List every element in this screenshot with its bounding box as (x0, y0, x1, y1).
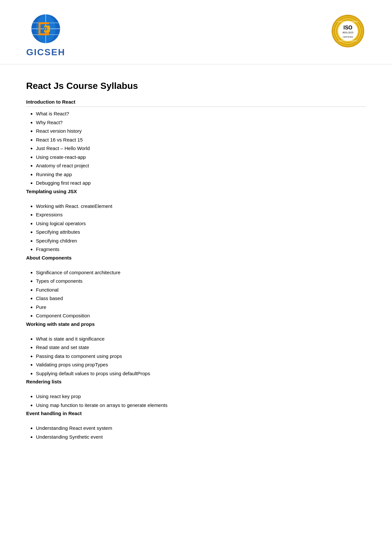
main-content: React Js Course Syllabus Introduction to… (0, 64, 392, 468)
list-item: Significance of component architecture (36, 268, 366, 277)
list-item: Component Composition (36, 311, 366, 320)
list-item: Understanding React event system (36, 424, 366, 432)
section-state: What is state and it significance Read s… (26, 335, 366, 385)
svg-point-19 (338, 21, 358, 41)
list-item: Just React – Hello World (36, 144, 366, 153)
list-item: Anatomy of react project (36, 161, 366, 170)
sub-heading-components: About Components (26, 255, 366, 261)
list-item: Passing data to component using props (36, 352, 366, 361)
list-item: Read state and set state (36, 343, 366, 352)
events-list: Understanding React event system Underst… (36, 424, 366, 441)
list-item: What is React? (36, 109, 366, 118)
gicseh-logo-icon: G (26, 13, 65, 46)
list-item: Functional (36, 286, 366, 294)
list-item: Using create-react-app (36, 153, 366, 161)
svg-text:G: G (44, 26, 48, 31)
list-item: What is state and it significance (36, 335, 366, 343)
list-item: Pure (36, 303, 366, 311)
list-item: Running the app (36, 170, 366, 179)
list-item: Validating props using propTypes (36, 361, 366, 369)
list-item: Expressions (36, 210, 366, 219)
svg-text:CERTIFIED: CERTIFIED (343, 36, 353, 38)
list-item: Using logical operators (36, 219, 366, 228)
list-item: Working with React. createElement (36, 202, 366, 210)
list-item: Fragments (36, 245, 366, 254)
list-item: Specifying attributes (36, 228, 366, 236)
page: G GICSEH ISO 9001:2015 QUALITY MAN (0, 0, 392, 555)
svg-text:QUALITY MANAGEMENT: QUALITY MANAGEMENT (337, 21, 359, 23)
sub-heading-jsx: Templating using JSX (26, 189, 366, 194)
section-events: Understanding React event system Underst… (26, 424, 366, 441)
lists-list: Using react key prop Using map function … (36, 392, 366, 409)
sub-heading-state: Working with state and props (26, 321, 366, 327)
list-item: Debugging first react app (36, 179, 366, 187)
list-item: Understanding Synthetic event (36, 433, 366, 441)
header: G GICSEH ISO 9001:2015 QUALITY MAN (0, 0, 392, 64)
intro-list: What is React? Why React? React version … (36, 109, 366, 187)
list-item: Why React? (36, 118, 366, 127)
section-heading-intro: Introduction to React (26, 99, 366, 107)
list-item: Using react key prop (36, 392, 366, 401)
list-item: React version history (36, 127, 366, 135)
list-item: Specifying children (36, 237, 366, 245)
list-item: Using map function to iterate on arrays … (36, 401, 366, 410)
section-jsx: Working with React. createElement Expres… (26, 202, 366, 261)
logo-area: G GICSEH (26, 13, 65, 58)
components-list: Significance of component architecture T… (36, 268, 366, 320)
section-introduction: Introduction to React What is React? Why… (26, 99, 366, 194)
jsx-list: Working with React. createElement Expres… (36, 202, 366, 254)
svg-text:ISO: ISO (343, 25, 352, 30)
svg-text:9001:2015: 9001:2015 (342, 31, 353, 34)
logo-text: GICSEH (26, 47, 65, 58)
list-item: Types of components (36, 277, 366, 285)
list-item: Class based (36, 294, 366, 303)
list-item: React 16 vs React 15 (36, 136, 366, 144)
iso-badge-icon: ISO 9001:2015 QUALITY MANAGEMENT CERTIFI… (330, 13, 366, 49)
list-item: Supplying default values to props using … (36, 369, 366, 378)
section-components: Significance of component architecture T… (26, 268, 366, 327)
sub-heading-events: Event handling in React (26, 411, 366, 416)
svg-text:CERTIFIED COMPANY: CERTIFIED COMPANY (338, 40, 357, 42)
page-title: React Js Course Syllabus (26, 81, 366, 91)
state-list: What is state and it significance Read s… (36, 335, 366, 378)
section-lists: Using react key prop Using map function … (26, 392, 366, 416)
sub-heading-lists: Rendering lists (26, 379, 366, 384)
